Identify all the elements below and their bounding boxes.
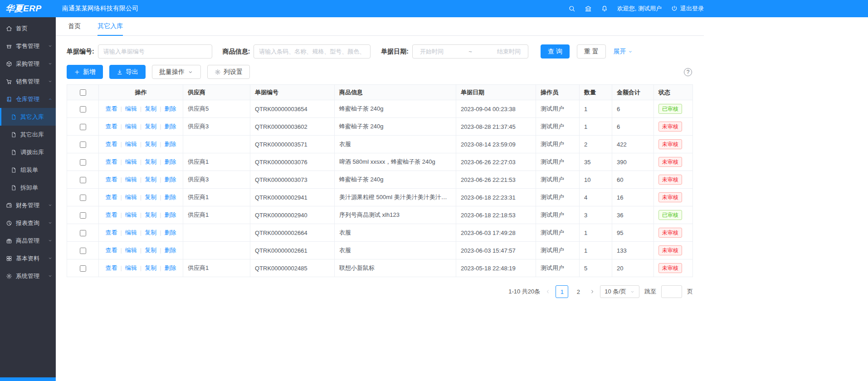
edit-link[interactable]: 编辑 [125, 123, 137, 130]
delete-link[interactable]: 删除 [165, 229, 176, 236]
sidebar-item-finance[interactable]: 财务管理 [0, 196, 56, 214]
bell-icon[interactable] [601, 5, 608, 12]
row-checkbox[interactable] [80, 106, 86, 112]
help-icon[interactable]: ? [684, 68, 692, 76]
view-link[interactable]: 查看 [105, 264, 117, 271]
delete-link[interactable]: 删除 [165, 105, 176, 112]
amount-cell: 95 [612, 224, 654, 242]
copy-link[interactable]: 复制 [145, 105, 156, 112]
delete-link[interactable]: 删除 [165, 141, 176, 147]
sidebar-item-basic[interactable]: 基本资料 [0, 249, 56, 267]
row-select-cell [67, 100, 99, 118]
copy-link[interactable]: 复制 [145, 123, 156, 130]
sidebar-item-transfer-outbound[interactable]: 调拨出库 [0, 143, 56, 161]
date-range-picker[interactable]: 开始时间 ~ 结束时间 [412, 44, 528, 59]
add-button[interactable]: 新增 [67, 65, 103, 79]
prev-page-icon[interactable] [545, 289, 551, 294]
delete-link[interactable]: 删除 [165, 194, 176, 200]
edit-link[interactable]: 编辑 [125, 264, 137, 271]
search-icon[interactable] [568, 5, 575, 12]
copy-link[interactable]: 复制 [145, 176, 156, 183]
row-checkbox[interactable] [80, 159, 86, 166]
edit-link[interactable]: 编辑 [125, 211, 137, 218]
edit-link[interactable]: 编辑 [125, 105, 137, 112]
row-checkbox[interactable] [80, 195, 86, 201]
view-link[interactable]: 查看 [105, 105, 117, 112]
reset-button[interactable]: 重 置 [577, 44, 606, 59]
logout-button[interactable]: 退出登录 [671, 5, 704, 13]
delete-link[interactable]: 删除 [165, 176, 176, 183]
next-page-icon[interactable] [590, 289, 595, 294]
sidebar-collapse-strip[interactable] [0, 377, 56, 381]
sidebar-item-other-outbound[interactable]: 其它出库 [0, 126, 56, 143]
copy-link[interactable]: 复制 [145, 229, 156, 236]
delete-link[interactable]: 删除 [165, 264, 176, 271]
page-button-1[interactable]: 1 [556, 285, 568, 298]
copy-link[interactable]: 复制 [145, 247, 156, 254]
copy-link[interactable]: 复制 [145, 211, 156, 218]
sidebar-item-assembly[interactable]: 组装单 [0, 161, 56, 179]
sidebar-item-warehouse[interactable]: 仓库管理 [0, 90, 56, 108]
row-checkbox[interactable] [80, 124, 86, 130]
link-divider: | [140, 194, 141, 200]
edit-link[interactable]: 编辑 [125, 247, 137, 254]
welcome-user-text[interactable]: 欢迎您, 测试用户 [617, 5, 662, 13]
delete-link[interactable]: 删除 [165, 247, 176, 254]
row-checkbox[interactable] [80, 142, 86, 148]
sidebar-item-system[interactable]: 系统管理 [0, 267, 56, 285]
row-checkbox[interactable] [80, 248, 86, 254]
copy-link[interactable]: 复制 [145, 194, 156, 200]
column-settings-button[interactable]: 列设置 [207, 65, 250, 79]
view-link[interactable]: 查看 [105, 176, 117, 183]
row-checkbox[interactable] [80, 212, 86, 219]
app-logo[interactable]: 华夏ERP [0, 3, 56, 15]
product-info-input[interactable] [254, 44, 371, 59]
select-all-checkbox[interactable] [80, 89, 86, 96]
jump-to-page-input[interactable] [661, 285, 682, 298]
sidebar-item-home[interactable]: 首页 [0, 20, 56, 37]
supplier-cell [183, 136, 250, 153]
bill-no-input[interactable] [98, 44, 212, 59]
delete-link[interactable]: 删除 [165, 158, 176, 165]
copy-link[interactable]: 复制 [145, 141, 156, 147]
edit-link[interactable]: 编辑 [125, 176, 137, 183]
sidebar-item-purchase[interactable]: 采购管理 [0, 55, 56, 73]
sidebar-item-disassembly[interactable]: 拆卸单 [0, 179, 56, 196]
delete-link[interactable]: 删除 [165, 123, 176, 130]
page-size-select[interactable]: 10 条/页 [600, 285, 639, 298]
edit-link[interactable]: 编辑 [125, 229, 137, 236]
edit-link[interactable]: 编辑 [125, 194, 137, 200]
tab-other-inbound[interactable]: 其它入库 [98, 17, 123, 35]
view-link[interactable]: 查看 [105, 123, 117, 130]
row-select-cell [67, 153, 99, 171]
sidebar-item-sales[interactable]: 销售管理 [0, 73, 56, 90]
page-button-2[interactable]: 2 [572, 285, 585, 298]
copy-link[interactable]: 复制 [145, 264, 156, 271]
copy-link[interactable]: 复制 [145, 158, 156, 165]
expand-link[interactable]: 展开 [614, 48, 633, 56]
chevron-down-icon [628, 49, 633, 54]
sidebar-item-product[interactable]: 商品管理 [0, 232, 56, 249]
edit-link[interactable]: 编辑 [125, 158, 137, 165]
bank-icon[interactable] [585, 5, 592, 12]
edit-link[interactable]: 编辑 [125, 141, 137, 147]
export-button[interactable]: 导出 [109, 65, 146, 79]
view-link[interactable]: 查看 [105, 194, 117, 200]
delete-link[interactable]: 删除 [165, 211, 176, 218]
sidebar-item-other-inbound[interactable]: 其它入库 [0, 108, 56, 126]
sidebar-item-retail[interactable]: 零售管理 [0, 37, 56, 55]
qty-cell: 35 [580, 153, 612, 171]
sidebar-item-report[interactable]: 报表查询 [0, 214, 56, 232]
search-button[interactable]: 查 询 [541, 44, 570, 59]
batch-actions-button[interactable]: 批量操作 [152, 65, 201, 79]
view-link[interactable]: 查看 [105, 211, 117, 218]
row-checkbox[interactable] [80, 230, 86, 236]
view-link[interactable]: 查看 [105, 141, 117, 147]
view-link[interactable]: 查看 [105, 158, 117, 165]
view-link[interactable]: 查看 [105, 247, 117, 254]
row-checkbox[interactable] [80, 265, 86, 272]
tab-home[interactable]: 首页 [68, 17, 81, 35]
product-icon [6, 238, 12, 244]
row-checkbox[interactable] [80, 177, 86, 183]
view-link[interactable]: 查看 [105, 229, 117, 236]
